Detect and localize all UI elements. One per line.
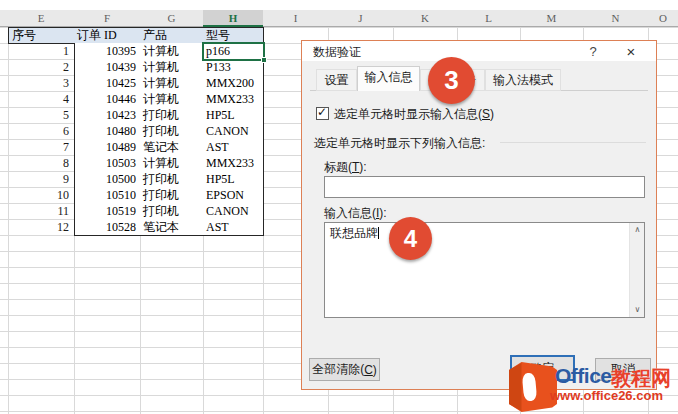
cell-model[interactable]: EPSON <box>203 187 264 204</box>
row-serial[interactable]: 3 <box>8 75 74 92</box>
fill-handle[interactable] <box>261 57 267 63</box>
cell-product[interactable]: 打印机 <box>140 203 204 220</box>
column-header-F[interactable]: F <box>74 10 141 27</box>
message-field-label: 输入信息(I): <box>324 205 387 222</box>
title-input[interactable] <box>324 176 645 198</box>
section-divider <box>500 142 646 143</box>
cell-order-id[interactable]: 10500 <box>74 171 141 188</box>
cell-model[interactable]: MMX200 <box>203 75 264 92</box>
cell-order-id[interactable]: 10510 <box>74 187 141 204</box>
close-icon[interactable]: × <box>622 43 640 60</box>
column-header-M[interactable]: M <box>520 10 584 27</box>
checkbox-label: 选定单元格时显示输入信息(S) <box>334 106 494 123</box>
column-header-O[interactable]: O <box>648 10 678 27</box>
cell-model[interactable]: AST <box>203 219 264 236</box>
cell-order-id[interactable]: 10503 <box>74 155 141 172</box>
cell-model[interactable]: P133 <box>203 59 264 76</box>
clear-all-button[interactable]: 全部清除(C) <box>309 358 380 381</box>
dialog-title: 数据验证 <box>313 44 361 61</box>
text-cursor <box>378 227 379 239</box>
cell-product[interactable]: 打印机 <box>140 187 204 204</box>
active-cell-border <box>202 42 265 61</box>
cell-order-id[interactable]: 10446 <box>74 91 141 108</box>
cell-order-id[interactable]: 10423 <box>74 107 141 124</box>
row-serial[interactable]: 11 <box>8 203 74 220</box>
annotation-step-3: 3 <box>428 57 475 104</box>
help-icon[interactable]: ? <box>585 44 601 59</box>
cell-order-id[interactable]: 10489 <box>74 139 141 156</box>
table-header-id[interactable]: 订单 ID <box>74 27 141 44</box>
dialog-titlebar[interactable]: 数据验证 ? × <box>302 41 656 61</box>
title-field-label: 标题(T): <box>324 159 367 176</box>
input-message-textarea[interactable]: 联想品牌 ∧ ∨ <box>324 222 645 318</box>
cancel-button[interactable]: 取消 <box>595 358 651 381</box>
row-serial[interactable]: 4 <box>8 91 74 108</box>
cell-product[interactable]: 计算机 <box>140 59 204 76</box>
show-input-message-checkbox[interactable]: ✓ <box>316 107 329 120</box>
row-serial[interactable]: 10 <box>8 187 74 204</box>
row-serial[interactable]: 5 <box>8 107 74 124</box>
row-serial[interactable]: 7 <box>8 139 74 156</box>
cell-order-id[interactable]: 10519 <box>74 203 141 220</box>
column-header-E[interactable]: E <box>8 10 75 27</box>
row-serial[interactable]: 9 <box>8 171 74 188</box>
column-header-K[interactable]: K <box>393 10 458 27</box>
table-header-product[interactable]: 产品 <box>140 27 204 44</box>
row-serial[interactable]: 6 <box>8 123 74 140</box>
column-header-N[interactable]: N <box>583 10 649 27</box>
cell-model[interactable]: CANON <box>203 123 264 140</box>
cell-model[interactable]: HP5L <box>203 107 264 124</box>
cell-product[interactable]: 打印机 <box>140 123 204 140</box>
cell-order-id[interactable]: 10480 <box>74 123 141 140</box>
column-header-L[interactable]: L <box>457 10 521 27</box>
section-label: 选定单元格时显示下列输入信息: <box>314 135 485 152</box>
cell-order-id[interactable]: 10395 <box>74 43 141 60</box>
scroll-down-icon[interactable]: ∨ <box>630 303 645 317</box>
column-header-J[interactable]: J <box>328 10 394 27</box>
textarea-scrollbar[interactable]: ∧ ∨ <box>629 223 644 317</box>
input-message-text: 联想品牌 <box>330 226 378 240</box>
cell-product[interactable]: 计算机 <box>140 43 204 60</box>
row-serial[interactable]: 12 <box>8 219 74 236</box>
cell-model[interactable]: MMX233 <box>203 91 264 108</box>
column-header-H[interactable]: H <box>203 10 264 27</box>
cell-model[interactable]: AST <box>203 139 264 156</box>
cell-product[interactable]: 笔记本 <box>140 219 204 236</box>
row-serial[interactable]: 8 <box>8 155 74 172</box>
column-header-I[interactable]: I <box>263 10 329 27</box>
table-header-no[interactable]: 序号 <box>8 27 75 44</box>
cell-product[interactable]: 打印机 <box>140 171 204 188</box>
cell-model[interactable]: MMX233 <box>203 155 264 172</box>
row-serial[interactable]: 2 <box>8 59 74 76</box>
annotation-step-4: 4 <box>389 217 432 260</box>
row-serial[interactable]: 1 <box>8 43 74 60</box>
tab-ime-mode[interactable]: 输入法模式 <box>485 69 561 91</box>
column-header-G[interactable]: G <box>140 10 204 27</box>
cell-product[interactable]: 计算机 <box>140 75 204 92</box>
cell-model[interactable]: CANON <box>203 203 264 220</box>
ok-button[interactable]: 确定 <box>510 355 575 381</box>
cell-model[interactable]: HP5L <box>203 171 264 188</box>
cell-product[interactable]: 计算机 <box>140 91 204 108</box>
tab-input-message[interactable]: 输入信息 <box>357 66 420 91</box>
cell-order-id[interactable]: 10425 <box>74 75 141 92</box>
tab-settings[interactable]: 设置 <box>316 69 357 91</box>
data-validation-dialog: 数据验证 ? × 设置 输入信息 出错警告 输入法模式 ✓ 选定单元格时显示输入… <box>301 40 657 390</box>
excel-screen: EFGHIJKLMNO序号订单 ID产品型号110395计算机p16621043… <box>0 0 678 414</box>
check-icon: ✓ <box>317 105 327 119</box>
cell-product[interactable]: 笔记本 <box>140 139 204 156</box>
cell-product[interactable]: 计算机 <box>140 155 204 172</box>
cell-product[interactable]: 打印机 <box>140 107 204 124</box>
scroll-up-icon[interactable]: ∧ <box>630 223 645 237</box>
cell-order-id[interactable]: 10439 <box>74 59 141 76</box>
cell-order-id[interactable]: 10528 <box>74 219 141 236</box>
